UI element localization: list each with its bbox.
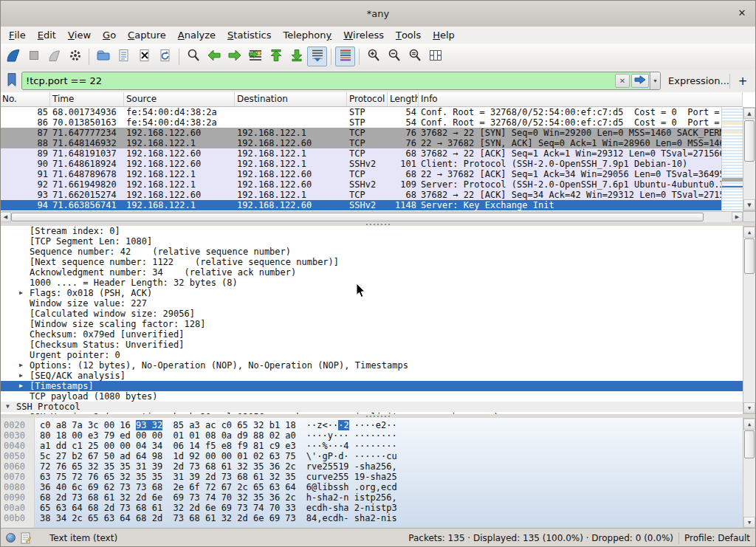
menu-tools[interactable]: Tools — [390, 27, 427, 44]
expander-collapsed-icon[interactable]: ▶ — [19, 371, 30, 381]
hex-row-0090[interactable]: 009068 2d 73 68 61 32 2d 6e 69 73 74 70 … — [0, 492, 756, 503]
detail-line-1[interactable]: [TCP Segment Len: 1080] — [0, 236, 743, 247]
auto-scroll-button[interactable] — [307, 47, 327, 66]
packet-minimap[interactable] — [721, 107, 743, 211]
detail-line-12[interactable]: Urgent pointer: 0 — [0, 350, 743, 360]
packet-row-90[interactable]: 9071.648618924192.168.122.60192.168.122.… — [0, 159, 722, 169]
menu-analyze[interactable]: Analyze — [172, 27, 221, 44]
column-header-length[interactable]: Length — [388, 92, 419, 107]
go-to-packet-button[interactable] — [245, 47, 265, 66]
zoom-out-button[interactable] — [384, 47, 404, 66]
detail-line-13[interactable]: ▶Options: (12 bytes), No-Operation (NOP)… — [0, 360, 743, 371]
scroll-thumb[interactable] — [11, 213, 704, 221]
column-header-time[interactable]: Time — [50, 92, 124, 107]
column-header-source[interactable]: Source — [124, 92, 235, 107]
stop-capture-button[interactable] — [24, 47, 44, 66]
filter-history-dropdown[interactable]: ▾ — [650, 72, 660, 89]
scroll-up-button[interactable]: ▲ — [743, 419, 755, 430]
filter-add-button[interactable]: + — [736, 75, 749, 88]
hex-row-0020[interactable]: 0020c0 a8 7a 3c 00 16 93 32 85 a3 ac c0 … — [0, 420, 756, 430]
scroll-thumb[interactable] — [744, 238, 755, 274]
hex-row-00a0[interactable]: 00a065 63 64 68 2d 73 68 61 32 2d 6e 69 … — [0, 503, 756, 513]
scroll-track[interactable] — [743, 238, 755, 402]
scroll-up-button[interactable]: ▲ — [743, 227, 755, 238]
zoom-in-button[interactable] — [363, 47, 383, 66]
detail-line-0[interactable]: [Stream index: 0] — [0, 226, 743, 236]
packet-row-92[interactable]: 9271.661949820192.168.122.1192.168.122.6… — [0, 179, 722, 190]
detail-line-10[interactable]: Checksum: 0x79ed [unverified] — [0, 329, 743, 340]
go-back-button[interactable] — [204, 47, 224, 66]
go-first-packet-button[interactable] — [266, 47, 286, 66]
menu-wireless[interactable]: Wireless — [337, 27, 390, 44]
detail-line-4[interactable]: Acknowledgment number: 34 (relative ack … — [0, 267, 743, 278]
scroll-left-button[interactable]: ◀ — [0, 212, 11, 222]
menu-view[interactable]: View — [62, 27, 97, 44]
column-header-no[interactable]: No. — [0, 92, 50, 107]
packet-row-86[interactable]: 8670.013850163fe:54:00:d4:38:2aSTP54Conf… — [0, 117, 722, 128]
detail-line-6[interactable]: ▶Flags: 0x018 (PSH, ACK) — [0, 288, 743, 298]
filter-bookmark-button[interactable] — [4, 72, 20, 90]
scroll-down-button[interactable]: ▼ — [743, 517, 755, 528]
menu-file[interactable]: File — [3, 27, 32, 44]
scroll-thumb[interactable] — [744, 430, 755, 458]
column-header-info[interactable]: Info — [419, 92, 743, 107]
hex-row-0040[interactable]: 0040a1 dd c1 25 00 00 04 34 06 14 f5 e8 … — [0, 441, 756, 451]
hex-row-0080[interactable]: 008036 40 6c 69 62 73 73 68 2e 6f 72 67 … — [0, 482, 756, 492]
detail-line-5[interactable]: 1000 .... = Header Length: 32 bytes (8) — [0, 278, 743, 288]
packet-row-93[interactable]: 9371.662015274192.168.122.60192.168.122.… — [0, 190, 722, 200]
scroll-up-button[interactable]: ▲ — [743, 108, 755, 119]
scroll-thumb[interactable] — [744, 120, 755, 162]
hex-row-0050[interactable]: 00505c 27 b2 67 50 ad 64 98 1d 92 00 00 … — [0, 451, 756, 461]
close-button[interactable]: ✕ — [735, 7, 749, 20]
scroll-down-button[interactable]: ▼ — [743, 199, 755, 210]
restart-capture-button[interactable] — [44, 47, 64, 66]
capture-options-button[interactable] — [65, 47, 85, 66]
menu-statistics[interactable]: Statistics — [221, 27, 277, 44]
menu-capture[interactable]: Capture — [122, 27, 172, 44]
packet-list-hscrollbar[interactable]: ◀▶ — [0, 211, 743, 222]
bytes-vscrollbar[interactable]: ▲▼ — [743, 418, 756, 529]
column-header-protocol[interactable]: Protocol — [347, 92, 388, 107]
hex-row-0030[interactable]: 003080 18 00 e3 79 ed 00 00 01 01 08 0a … — [0, 430, 756, 441]
filter-clear-button[interactable]: ✕ — [615, 74, 630, 88]
expander-collapsed-icon[interactable]: ▶ — [19, 381, 30, 391]
packet-row-88[interactable]: 8871.648146932192.168.122.1192.168.122.6… — [0, 138, 722, 148]
hex-row-00b0[interactable]: 00b038 34 2c 65 63 64 68 2d 73 68 61 32 … — [0, 513, 756, 523]
expert-info-icon[interactable] — [6, 533, 16, 543]
go-last-packet-button[interactable] — [286, 47, 306, 66]
resize-columns-button[interactable] — [425, 47, 445, 66]
colorize-packets-button[interactable] — [335, 47, 355, 66]
menu-telephony[interactable]: Telephony — [278, 27, 338, 44]
detail-line-16[interactable]: TCP payload (1080 bytes) — [0, 391, 743, 402]
close-capture-file-button[interactable] — [134, 47, 154, 66]
titlebar[interactable]: *any ✕ — [0, 0, 756, 27]
packet-row-94[interactable]: 9471.663856741192.168.122.1192.168.122.6… — [0, 200, 722, 210]
scroll-track[interactable] — [11, 212, 732, 222]
packet-row-85[interactable]: 8568.001734936fe:54:00:d4:38:2aSTP54Conf… — [0, 107, 722, 117]
detail-line-14[interactable]: ▶[SEQ/ACK analysis] — [0, 371, 743, 381]
find-packet-button[interactable] — [183, 47, 203, 66]
go-forward-button[interactable] — [224, 47, 244, 66]
detail-line-15[interactable]: ▶[Timestamps] — [0, 381, 743, 391]
hex-row-0070[interactable]: 007063 75 72 76 65 32 35 35 31 39 2d 73 … — [0, 472, 756, 482]
column-header-destination[interactable]: Destination — [235, 92, 347, 107]
detail-line-9[interactable]: [Window size scaling factor: 128] — [0, 319, 743, 329]
filter-apply-button[interactable] — [631, 74, 649, 88]
menu-help[interactable]: Help — [427, 27, 461, 44]
packet-row-89[interactable]: 8971.648191037192.168.122.60192.168.122.… — [0, 148, 722, 159]
hex-row-0060[interactable]: 006072 76 65 32 35 35 31 39 2d 73 68 61 … — [0, 461, 756, 472]
status-profile[interactable]: Profile: Default — [684, 533, 750, 543]
capture-comment-icon[interactable] — [21, 532, 31, 544]
scroll-down-button[interactable]: ▼ — [743, 402, 755, 413]
detail-line-8[interactable]: [Calculated window size: 29056] — [0, 309, 743, 319]
detail-line-17[interactable]: ▼SSH Protocol — [0, 402, 743, 412]
reload-capture-file-button[interactable] — [155, 47, 175, 66]
open-capture-file-button[interactable] — [93, 47, 113, 66]
details-vscrollbar[interactable]: ▲▼ — [743, 226, 756, 414]
detail-line-11[interactable]: [Checksum Status: Unverified] — [0, 340, 743, 350]
menu-go[interactable]: Go — [97, 27, 122, 44]
detail-line-7[interactable]: Window size value: 227 — [0, 298, 743, 309]
detail-line-2[interactable]: Sequence number: 42 (relative sequence n… — [0, 247, 743, 257]
save-capture-file-button[interactable] — [114, 47, 134, 66]
zoom-100-button[interactable] — [405, 47, 425, 66]
